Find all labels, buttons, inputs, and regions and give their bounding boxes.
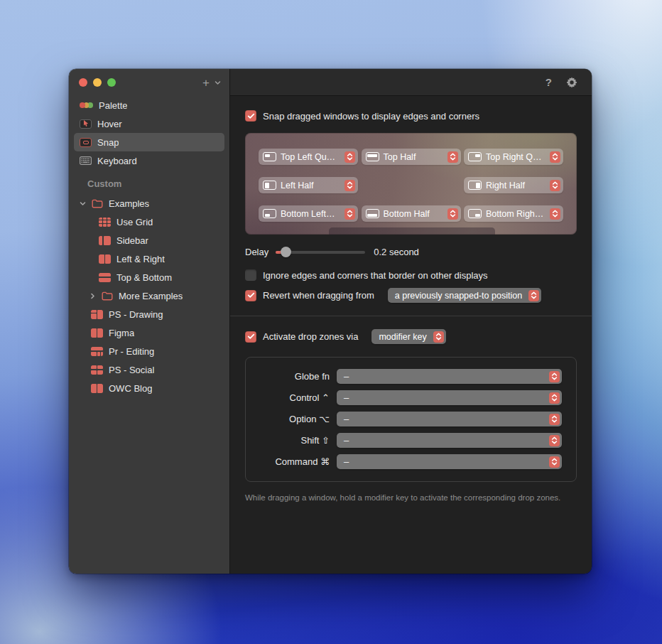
zone-dropdown-top-half[interactable]: Top Half: [362, 149, 461, 165]
help-button[interactable]: ?: [546, 76, 552, 88]
modifier-dropdown-value: –: [344, 435, 349, 446]
stepper-icon: [549, 456, 560, 468]
modifier-label: Globe fn: [246, 371, 330, 382]
revert-dropdown[interactable]: a previously snapped-to position: [388, 288, 541, 303]
traffic-lights: [79, 78, 116, 87]
sidebar-item-label: PS - Drawing: [109, 309, 163, 320]
modifier-dropdown-option[interactable]: –: [337, 412, 562, 426]
folder-icon: [102, 291, 113, 301]
zoom-button[interactable]: [107, 78, 116, 87]
sidebar-item-use-grid[interactable]: Use Grid: [74, 213, 224, 231]
four-cell-layout-icon: [91, 365, 103, 375]
titlebar: +: [69, 69, 229, 96]
zone-row-middle: Left Half Right Half: [245, 177, 577, 193]
two-column-layout-icon: [91, 384, 103, 393]
sidebar-item-label: Left & Right: [116, 254, 165, 264]
main-pane: ? Snap dragged windows to display edges …: [230, 69, 592, 574]
zone-label: Bottom Righ…: [486, 209, 543, 219]
zone-dropdown-right-half[interactable]: Right Half: [464, 177, 563, 193]
sidebar-item-owc-blog[interactable]: OWC Blog: [74, 379, 224, 397]
sidebar-item-pr-editing[interactable]: Pr - Editing: [74, 342, 224, 360]
sidebar-section-custom: Custom: [69, 178, 229, 191]
revert-dropdown-value: a previously snapped-to position: [395, 291, 522, 301]
monitor-zone-icon: [366, 209, 379, 218]
zone-dropdown-left-half[interactable]: Left Half: [259, 177, 358, 193]
stepper-icon: [549, 371, 560, 382]
grid-layout-icon: [99, 218, 111, 227]
zone-dropdown-bottom-half[interactable]: Bottom Half: [362, 205, 461, 222]
preview-bottom-bar: [329, 227, 495, 235]
sidebar-item-label: Keyboard: [97, 156, 137, 166]
zone-dropdown-top-right[interactable]: Top Right Q…: [464, 149, 563, 165]
minimize-button[interactable]: [93, 78, 102, 87]
ignore-checkbox[interactable]: [245, 269, 256, 281]
delay-row: Delay 0.2 second: [245, 247, 577, 257]
stepper-icon: [550, 180, 560, 191]
sidebar-item-label: Hover: [97, 119, 122, 129]
gear-icon[interactable]: [566, 77, 577, 88]
snap-zones-preview: Top Left Qu… Top Half Top Right Q…: [245, 133, 577, 235]
zone-dropdown-bottom-right[interactable]: Bottom Righ…: [464, 205, 563, 222]
sidebar-item-sidebar[interactable]: Sidebar: [74, 231, 224, 249]
zone-dropdown-bottom-left[interactable]: Bottom Left…: [259, 205, 358, 222]
sidebar-item-label: Top & Bottom: [116, 272, 172, 283]
ignore-label: Ignore edges and corners that border on …: [263, 270, 488, 281]
stepper-icon: [549, 414, 560, 425]
split-vertical-icon: [99, 254, 111, 264]
keyboard-icon: [80, 156, 92, 165]
palette-icon: [80, 102, 93, 108]
zone-row-bottom: Bottom Left… Bottom Half Bottom Righ…: [245, 205, 577, 222]
modifier-row-control: Control ⌃ –: [246, 390, 562, 405]
modifier-label: Option ⌥: [246, 414, 330, 424]
snap-enable-row: Snap dragged windows to display edges an…: [245, 110, 577, 122]
sidebar-item-keyboard[interactable]: Keyboard: [74, 151, 224, 170]
sidebar-item-hover[interactable]: Hover: [74, 114, 224, 133]
add-button[interactable]: +: [202, 77, 210, 89]
section-divider: [230, 316, 592, 316]
modifier-label: Control ⌃: [246, 392, 330, 403]
close-button[interactable]: [79, 78, 87, 87]
two-column-layout-icon: [91, 328, 103, 338]
modifier-row-option: Option ⌥ –: [246, 412, 562, 426]
zone-row-top: Top Left Qu… Top Half Top Right Q…: [245, 149, 577, 165]
sidebar-item-label: Sidebar: [116, 235, 148, 246]
snap-enable-checkbox[interactable]: [245, 110, 256, 122]
sidebar-item-ps-social[interactable]: PS - Social: [74, 360, 224, 379]
sidebar-item-palette[interactable]: Palette: [74, 96, 224, 114]
zone-label: Bottom Half: [384, 209, 430, 219]
delay-slider[interactable]: [276, 247, 365, 257]
activate-checkbox[interactable]: [245, 331, 256, 343]
sidebar-item-examples[interactable]: Examples: [74, 194, 224, 213]
zone-label: Right Half: [486, 181, 525, 190]
sidebar-layout-icon: [99, 236, 111, 245]
revert-checkbox[interactable]: [245, 290, 256, 301]
monitor-zone-icon: [468, 181, 482, 190]
stepper-icon: [447, 151, 458, 163]
modifier-dropdown-value: –: [344, 456, 349, 467]
stepper-icon: [528, 290, 539, 301]
disclosure-collapsed-icon[interactable]: [89, 293, 96, 299]
sidebar-item-figma[interactable]: Figma: [74, 323, 224, 342]
stepper-icon: [433, 331, 444, 343]
chevron-down-icon[interactable]: [215, 76, 221, 89]
sidebar-item-snap[interactable]: Snap: [74, 133, 224, 151]
folder-icon: [92, 199, 103, 208]
modifier-footnote: While dragging a window, hold a modifier…: [245, 493, 577, 502]
slider-knob[interactable]: [281, 247, 291, 257]
sidebar-item-top-bottom[interactable]: Top & Bottom: [74, 268, 224, 286]
modifier-dropdown-globe[interactable]: –: [337, 369, 562, 384]
disclosure-expanded-icon[interactable]: [80, 200, 86, 207]
modifier-row-shift: Shift ⇧ –: [246, 433, 562, 448]
modifier-dropdown-control[interactable]: –: [337, 390, 562, 405]
stepper-icon: [447, 208, 458, 220]
modifier-dropdown-shift[interactable]: –: [337, 433, 562, 448]
zone-label: Top Half: [384, 152, 416, 162]
sidebar-item-more-examples[interactable]: More Examples: [74, 286, 224, 305]
sidebar-item-left-right[interactable]: Left & Right: [74, 249, 224, 268]
sidebar-item-ps-drawing[interactable]: PS - Drawing: [74, 305, 224, 323]
modifier-dropdown-command[interactable]: –: [337, 454, 562, 469]
stepper-icon: [550, 208, 560, 220]
zone-dropdown-top-left[interactable]: Top Left Qu…: [259, 149, 358, 165]
activate-dropdown[interactable]: modifier key: [371, 329, 445, 344]
app-window: + Palette Hover Snap Keyboard Custom: [69, 69, 592, 574]
